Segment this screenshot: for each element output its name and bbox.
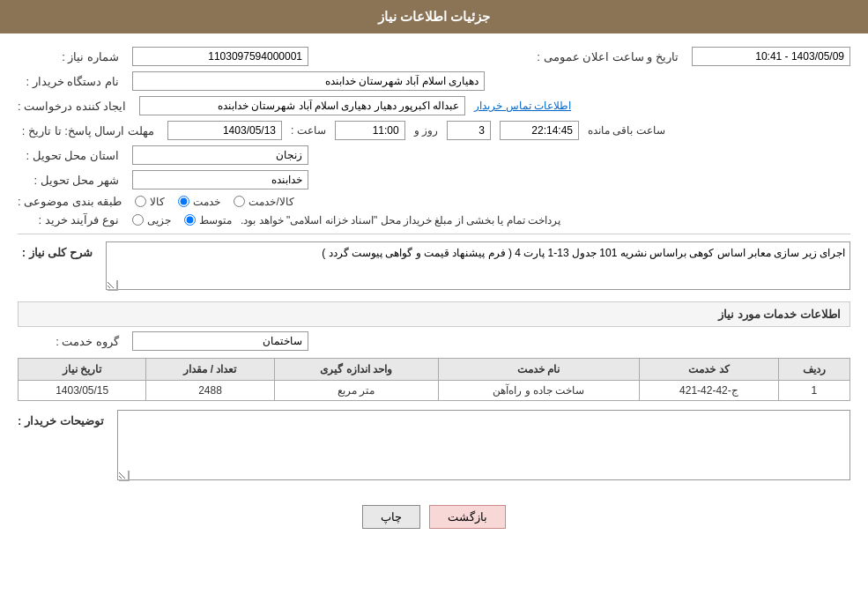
buyer-org-input[interactable] xyxy=(132,71,485,91)
description-label: شرح کلی نیاز : xyxy=(18,241,97,259)
announce-input[interactable] xyxy=(692,47,850,66)
category-khedmat-radio[interactable] xyxy=(178,196,189,207)
cell-service-name: ساخت جاده و راه‌آهن xyxy=(438,381,639,401)
category-khedmat[interactable]: خدمت xyxy=(178,196,220,208)
process-radio-group: جزیی متوسط xyxy=(132,214,232,227)
process-partial-label: جزیی xyxy=(147,214,171,227)
requester-label: ایجاد کننده درخواست : xyxy=(18,100,130,113)
category-kala-radio[interactable] xyxy=(135,196,146,207)
col-unit: واحد اندازه گیری xyxy=(274,359,438,381)
process-medium-label: متوسط xyxy=(199,214,232,227)
col-quantity: تعداد / مقدار xyxy=(146,359,274,381)
buyer-notes-textarea[interactable] xyxy=(117,410,850,480)
city-input[interactable] xyxy=(132,170,308,189)
category-kala-khedmat-label: کالا/خدمت xyxy=(249,196,293,208)
print-button[interactable]: چاپ xyxy=(362,505,420,529)
table-row: 1 ج-42-42-421 ساخت جاده و راه‌آهن متر مر… xyxy=(19,381,850,401)
requester-input[interactable] xyxy=(139,96,465,115)
category-radio-group: کالا خدمت کالا/خدمت xyxy=(135,196,293,208)
remaining-time-input[interactable] xyxy=(500,121,579,140)
province-input[interactable] xyxy=(132,145,308,165)
button-area: بازگشت چاپ xyxy=(18,492,850,546)
deadline-date-input[interactable] xyxy=(167,121,282,140)
contact-link[interactable]: اطلاعات تماس خریدار xyxy=(474,100,571,112)
days-input[interactable] xyxy=(447,121,491,140)
service-group-input[interactable] xyxy=(132,331,308,351)
remaining-label: ساعت باقی مانده xyxy=(588,124,665,137)
services-table: ردیف کد خدمت نام خدمت واحد اندازه گیری ت… xyxy=(18,358,850,401)
services-section-title: اطلاعات خدمات مورد نیاز xyxy=(718,308,841,321)
need-number-input[interactable] xyxy=(132,47,308,66)
cell-quantity: 2488 xyxy=(146,381,274,401)
deadline-label: مهلت ارسال پاسخ: تا تاریخ : xyxy=(18,124,159,137)
process-medium[interactable]: متوسط xyxy=(184,214,232,227)
category-kala-khedmat-radio[interactable] xyxy=(234,196,245,207)
process-note: پرداخت تمام یا بخشی از مبلغ خریداز محل "… xyxy=(241,214,560,227)
category-kala-khedmat[interactable]: کالا/خدمت xyxy=(234,196,293,208)
category-label: طبقه بندی موضوعی : xyxy=(18,195,126,208)
service-group-label: گروه خدمت : xyxy=(18,335,123,348)
announce-label: تاریخ و ساعت اعلان عمومی : xyxy=(537,50,683,63)
process-partial[interactable]: جزیی xyxy=(132,214,171,227)
deadline-time-label: ساعت : xyxy=(291,124,326,137)
category-kala-label: کالا xyxy=(150,196,165,208)
col-service-code: کد خدمت xyxy=(639,359,778,381)
description-textarea[interactable]: اجرای زیر سازی معابر اساس کوهی براساس نش… xyxy=(106,241,850,290)
resize-handle xyxy=(108,280,118,291)
need-number-label: شماره نیاز : xyxy=(18,50,123,63)
category-kala[interactable]: کالا xyxy=(135,196,165,208)
process-medium-radio[interactable] xyxy=(184,214,196,226)
city-label: شهر محل تحویل : xyxy=(18,174,123,187)
process-label: نوع فرآیند خرید : xyxy=(18,213,123,227)
back-button[interactable]: بازگشت xyxy=(429,505,506,529)
services-section-header: اطلاعات خدمات مورد نیاز xyxy=(18,301,850,327)
province-label: استان محل تحویل : xyxy=(18,149,123,162)
cell-date: 1403/05/15 xyxy=(19,381,146,401)
category-khedmat-label: خدمت xyxy=(193,196,220,208)
buyer-notes-label: توضیحات خریدار : xyxy=(18,410,108,427)
buyer-notes-resize-handle xyxy=(119,471,130,481)
process-partial-radio[interactable] xyxy=(132,214,144,226)
page-header: جزئیات اطلاعات نیاز xyxy=(0,0,868,33)
buyer-org-label: نام دستگاه خریدار : xyxy=(18,75,123,88)
page-title: جزئیات اطلاعات نیاز xyxy=(378,9,490,24)
col-service-name: نام خدمت xyxy=(438,359,639,381)
col-row-num: ردیف xyxy=(778,359,849,381)
days-label: روز و xyxy=(414,124,438,137)
cell-service-code: ج-42-42-421 xyxy=(639,381,778,401)
deadline-time-input[interactable] xyxy=(335,121,405,140)
cell-row-num: 1 xyxy=(778,381,849,401)
col-date: تاریخ نیاز xyxy=(19,359,146,381)
cell-unit: متر مربع xyxy=(274,381,438,401)
